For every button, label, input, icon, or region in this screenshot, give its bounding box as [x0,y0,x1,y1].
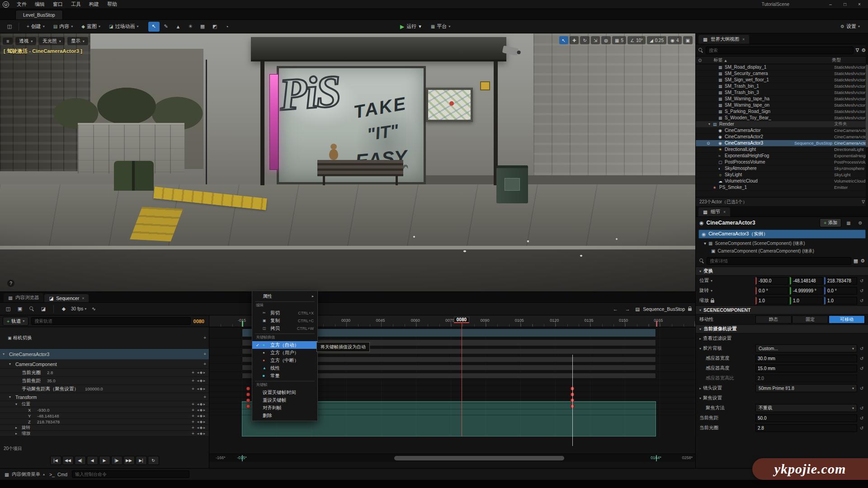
details-search-input[interactable] [707,257,851,265]
outliner-row[interactable]: PS_Smoke_1 Emitter [696,184,868,191]
expander-icon[interactable]: ▸ [15,432,20,436]
expander-icon[interactable]: ▾ [3,352,8,356]
add-component-button[interactable]: 添加 [820,218,841,227]
track-value[interactable]: 35.0 [47,378,56,383]
create-camera-icon[interactable] [15,305,24,313]
outliner-row[interactable]: CineCameraActor CineCameraActor [696,127,868,134]
menu-item[interactable]: 剪切CTRL+X [252,309,317,317]
lock-icon[interactable] [711,300,714,303]
mobility-option[interactable]: 可移动 [829,315,865,324]
blueprint-edit-icon[interactable] [844,221,853,225]
sequencer-track-row[interactable]: ▸ 旋转 +◂◆▸ [0,425,209,431]
expander-icon[interactable] [699,337,701,341]
tab-world-outliner[interactable]: 世界大纲视图 [698,35,749,44]
perspective-dropdown[interactable]: 透视 [15,37,36,45]
expander-icon[interactable]: ▾ [9,395,14,399]
sequencer-track-row[interactable]: X -930.0 +◂◆▸ [0,407,209,413]
level-tab[interactable]: Level_BusStop [15,10,63,19]
keyframe-nav[interactable]: ◂◆▸ [197,420,206,424]
chevron-down-icon[interactable] [711,289,712,293]
settings-button[interactable]: 设置 [837,22,863,31]
timeline-range-bar[interactable]: -166* -015* 0164* 0258* [209,454,695,462]
sequencer-track-row[interactable]: Z 218.783478 +◂◆▸ [0,419,209,425]
jump-forward-button[interactable] [123,456,135,465]
outliner-row[interactable]: SkyLight SkyLight [696,172,868,178]
outliner-row[interactable]: SM_Warning_tape_on StaticMeshActor [696,102,868,108]
menu-item-interpolation[interactable]: 立方（用户） [252,349,317,357]
section-current-camera[interactable]: 当前摄像机设置 [696,324,868,333]
view-mode-dropdown[interactable]: 无光照 [39,37,65,45]
jump-back-button[interactable] [62,456,74,465]
cinematics-button[interactable]: 过场动画 [105,22,142,31]
reset-icon[interactable] [859,416,865,421]
expander-icon[interactable]: ▸ [15,426,20,430]
move-tool-button[interactable] [570,36,579,44]
play-button[interactable]: 运行 [396,22,425,31]
add-key-icon[interactable]: + [203,394,206,399]
expander-icon[interactable] [699,347,701,351]
add-key-icon[interactable]: + [192,419,194,424]
track-value[interactable]: 2.8 [47,370,53,375]
rotation-snap-button[interactable]: 10° [627,36,646,44]
tab-sequencer[interactable]: Sequencer [44,294,89,302]
tab-content-browser[interactable]: 内容浏览器 [4,293,43,302]
minimize-button[interactable] [825,2,836,7]
select-mode-icon[interactable] [148,22,160,32]
sequencer-track-row[interactable]: ▾ 位置 +◂◆▸ [0,401,209,407]
view-filter-row[interactable]: 查看过滤设置 [696,333,868,343]
menu-item-interpolation[interactable]: 线性 [252,364,317,372]
outliner-row[interactable]: VolumetricCloud VolumetricCloud [696,178,868,184]
add-key-icon[interactable]: + [203,352,206,357]
play-button[interactable] [99,456,110,465]
outliner-row[interactable]: CineCameraActor3 Sequence_BusStop CineCa… [696,140,868,146]
show-dropdown[interactable]: 显示 [67,37,88,45]
sensor-height-field[interactable]: 15.0 mm [755,365,857,372]
close-icon[interactable] [742,37,745,42]
render-movie-icon[interactable] [39,305,48,313]
menu-item[interactable]: 设置关键帧时间 [252,389,317,396]
keyframe-options-icon[interactable] [59,305,68,313]
details-settings-icon[interactable] [856,221,865,225]
outliner-search-input[interactable] [706,47,854,54]
menu-item-interpolation[interactable]: ✓立方（自动） [252,341,317,349]
foliage-mode-icon[interactable] [185,22,196,32]
chevron-down-icon[interactable] [711,279,712,283]
add-key-icon[interactable]: + [192,370,194,375]
reset-icon[interactable] [859,406,865,411]
menu-item[interactable]: 编辑 [31,0,49,9]
menu-item[interactable]: 拷贝CTRL+W [252,324,317,332]
outliner-row[interactable]: PostProcessVolume PostProcessVolume [696,159,868,165]
reset-icon[interactable] [859,346,865,351]
add-key-icon[interactable]: + [192,431,194,436]
content-drawer-button[interactable]: 内容侧滑菜单 [5,471,45,478]
scene-component-row[interactable]: SceneComponent (SceneComponent) (继承) [696,239,868,247]
sequencer-track-row[interactable]: 手动聚焦距离（聚焦设置） 100000.0 +◂◆▸ [0,385,209,393]
level-viewport[interactable]: PiS TAKE "IT" EASY 透视 无光照 显示 [ 驾驶激活 - Ci… [0,33,695,291]
menu-item[interactable]: 重设关键帧 [252,396,317,404]
reset-icon[interactable] [859,426,865,431]
lens-dropdown[interactable]: 50mm Prime f/1.8 [755,384,857,392]
sequencer-track-row[interactable]: 当前焦距 35.0 +◂◆▸ [0,377,209,385]
fracture-mode-icon[interactable] [209,22,221,32]
next-key-button[interactable] [111,456,123,465]
keyframe-nav[interactable]: ◂◆▸ [197,379,206,383]
maximize-viewport-button[interactable] [683,36,693,44]
outliner-row[interactable]: S_Wooden_Toy_Bear_ StaticMeshActor [696,115,868,121]
curve-editor-icon[interactable] [89,305,98,313]
add-track-button[interactable]: 轨道 [3,317,28,326]
landscape-mode-icon[interactable] [173,22,184,32]
scale-z-field[interactable]: 1.0 [824,297,857,305]
sort-ascending-icon[interactable] [724,58,726,63]
component-instance-row[interactable]: CineCameraActor3（实例） [698,230,866,239]
sequencer-track-row[interactable]: 相机切换 +◂◆▸ [0,327,209,349]
reset-icon[interactable] [859,386,865,391]
help-button[interactable]: ? [7,280,14,287]
focus-settings-row[interactable]: 聚焦设置 [696,393,868,403]
rotation-y-field[interactable]: -4.999999 ° [790,287,823,295]
rotation-z-field[interactable]: 0.0 ° [824,287,857,295]
mobility-option[interactable]: 固定 [792,315,828,324]
track-value[interactable]: 100000.0 [85,386,103,391]
aperture-field[interactable]: 2.8 [755,424,857,432]
reset-icon[interactable] [859,366,865,371]
step-back-button[interactable] [87,456,98,465]
